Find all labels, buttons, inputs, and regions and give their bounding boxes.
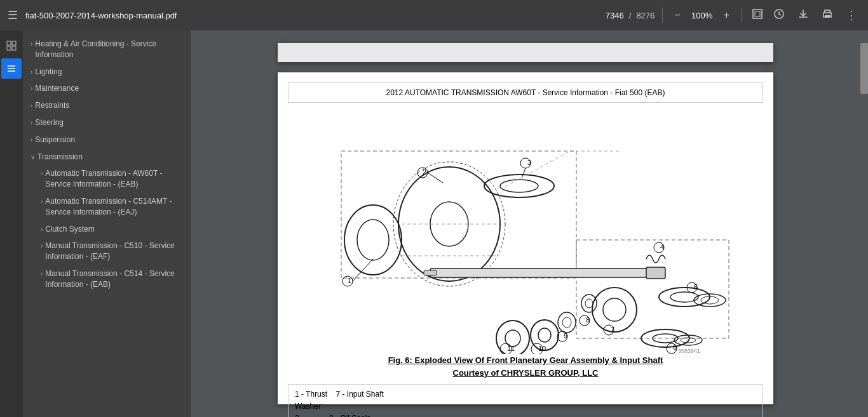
svg-point-55 xyxy=(558,312,576,333)
tree-chevron-1: › xyxy=(31,68,32,77)
tree-item-2[interactable]: ›Maintenance xyxy=(23,80,191,97)
tree-item-6[interactable]: ∨Transmission xyxy=(23,149,191,166)
svg-line-69 xyxy=(500,151,570,189)
tree-chevron-0: › xyxy=(31,40,32,49)
svg-rect-1 xyxy=(755,11,760,17)
sidebar-thumbnails-button[interactable] xyxy=(1,36,22,56)
tree-chevron-10: › xyxy=(41,242,43,251)
tree-label-3: Restraints xyxy=(35,100,186,111)
svg-point-14 xyxy=(344,205,402,275)
svg-point-51 xyxy=(581,295,597,312)
fit-icon xyxy=(752,8,763,20)
svg-rect-44 xyxy=(430,268,653,277)
parts-table: 1 - Thrust 7 - Input Shaft Washer 2 - 8 … xyxy=(288,384,763,417)
separator-1 xyxy=(662,8,663,23)
tree-panel: ›Heating & Air Conditioning - Service In… xyxy=(23,30,191,298)
right-scrollbar[interactable] xyxy=(860,30,868,417)
caption-title-line2: Courtesy of CHRYSLER GROUP, LLC xyxy=(288,367,763,380)
page-separator: / xyxy=(629,11,632,20)
svg-rect-7 xyxy=(7,46,11,50)
tree-label-5: Suspension xyxy=(35,135,186,145)
fit-page-button[interactable] xyxy=(749,6,766,25)
tree-item-8[interactable]: ›Automatic Transmission - C514AMT - Serv… xyxy=(23,193,191,221)
tree-chevron-2: › xyxy=(31,84,32,93)
print-icon xyxy=(822,8,833,20)
history-button[interactable] xyxy=(771,6,787,25)
bookmarks-icon xyxy=(6,63,17,74)
svg-text:2: 2 xyxy=(423,168,426,176)
tree-label-1: Lighting xyxy=(35,67,186,77)
sidebar-icon-panel xyxy=(0,30,23,417)
svg-rect-4 xyxy=(825,15,830,17)
tree-chevron-8: › xyxy=(41,197,43,206)
sidebar-bookmarks-button[interactable] xyxy=(1,58,22,79)
parts-row-1: 1 - Thrust 7 - Input Shaft xyxy=(295,388,756,400)
svg-line-24 xyxy=(428,173,443,183)
tree-chevron-3: › xyxy=(31,102,32,110)
history-icon xyxy=(773,8,785,20)
tree-label-4: Steering xyxy=(35,117,186,128)
svg-text:1: 1 xyxy=(348,277,351,284)
tree-item-7[interactable]: ›Automatic Transmission - AW60T - Servic… xyxy=(23,165,191,193)
pdf-page-top xyxy=(278,43,773,62)
tree-item-0[interactable]: ›Heating & Air Conditioning - Service In… xyxy=(23,36,191,63)
caption-title-line1: Fig. 6: Exploded View Of Front Planetary… xyxy=(288,354,763,367)
svg-point-48 xyxy=(603,298,626,321)
exploded-diagram-svg: 1 2 3 xyxy=(303,113,748,354)
print-button[interactable] xyxy=(819,6,836,25)
tree-chevron-4: › xyxy=(31,119,32,128)
tree-item-10[interactable]: ›Manual Transmission - C510 - Service In… xyxy=(23,237,191,265)
tree-label-7: Automatic Transmission - AW60T - Service… xyxy=(45,168,186,190)
svg-rect-13 xyxy=(576,240,729,338)
svg-point-15 xyxy=(357,220,389,260)
tree-label-10: Manual Transmission - C510 - Service Inf… xyxy=(45,241,186,262)
diagram-area: 1 2 3 xyxy=(288,113,763,354)
pdf-viewer[interactable]: 2012 AUTOMATIC TRANSMISSION AW60T - Serv… xyxy=(191,30,860,417)
tree-chevron-11: › xyxy=(41,270,43,279)
zoom-controls: − 100% + xyxy=(670,8,733,22)
svg-point-60 xyxy=(538,328,551,342)
svg-point-25 xyxy=(484,175,554,197)
thumbnails-icon xyxy=(6,40,17,51)
tree-item-1[interactable]: ›Lighting xyxy=(23,63,191,81)
zoom-out-button[interactable]: − xyxy=(670,8,684,22)
svg-point-32 xyxy=(659,288,710,307)
svg-rect-8 xyxy=(12,46,16,50)
tree-chevron-5: › xyxy=(31,136,32,145)
svg-point-52 xyxy=(585,299,593,308)
parts-table-content: 1 - Thrust 7 - Input Shaft Washer 2 - 8 … xyxy=(288,385,763,417)
main-content: ›Heating & Air Conditioning - Service In… xyxy=(0,30,868,417)
download-icon xyxy=(797,8,809,20)
download-button[interactable] xyxy=(795,6,811,25)
separator-2 xyxy=(741,8,742,23)
svg-rect-12 xyxy=(341,151,576,278)
page-navigation: / 8276 xyxy=(595,11,655,20)
page-number-input[interactable] xyxy=(595,11,624,20)
tree-item-4[interactable]: ›Steering xyxy=(23,114,191,131)
total-pages: 8276 xyxy=(636,11,654,20)
tree-item-3[interactable]: ›Restraints xyxy=(23,97,191,114)
menu-icon[interactable]: ☰ xyxy=(8,8,18,22)
tree-label-11: Manual Transmission - C514 - Service Inf… xyxy=(45,268,186,290)
svg-rect-6 xyxy=(12,41,16,45)
tree-label-9: Clutch System xyxy=(45,224,186,235)
zoom-level-label: 100% xyxy=(689,11,715,20)
tree-label-8: Automatic Transmission - C514AMT - Servi… xyxy=(45,196,186,218)
right-scrollbar-thumb[interactable] xyxy=(860,43,868,94)
tree-item-11[interactable]: ›Manual Transmission - C514 - Service In… xyxy=(23,265,191,293)
filename-label: fiat-500-2007-2014-workshop-manual.pdf xyxy=(25,11,177,20)
figure-caption: Fig. 6: Exploded View Of Front Planetary… xyxy=(288,354,763,379)
tree-chevron-7: › xyxy=(41,169,43,178)
tree-chevron-9: › xyxy=(41,225,43,234)
svg-rect-5 xyxy=(7,41,11,45)
svg-rect-45 xyxy=(424,270,437,275)
more-options-button[interactable]: ⋮ xyxy=(843,6,860,25)
toolbar-center: / 8276 − 100% + xyxy=(595,6,787,25)
svg-text:3583941: 3583941 xyxy=(678,348,700,354)
zoom-in-button[interactable]: + xyxy=(720,8,733,22)
toolbar-left: ☰ fiat-500-2007-2014-workshop-manual.pdf xyxy=(8,8,588,22)
tree-item-5[interactable]: ›Suspension xyxy=(23,131,191,149)
more-icon: ⋮ xyxy=(846,9,858,22)
tree-item-9[interactable]: ›Clutch System xyxy=(23,221,191,238)
parts-row-2: Washer xyxy=(295,400,756,413)
